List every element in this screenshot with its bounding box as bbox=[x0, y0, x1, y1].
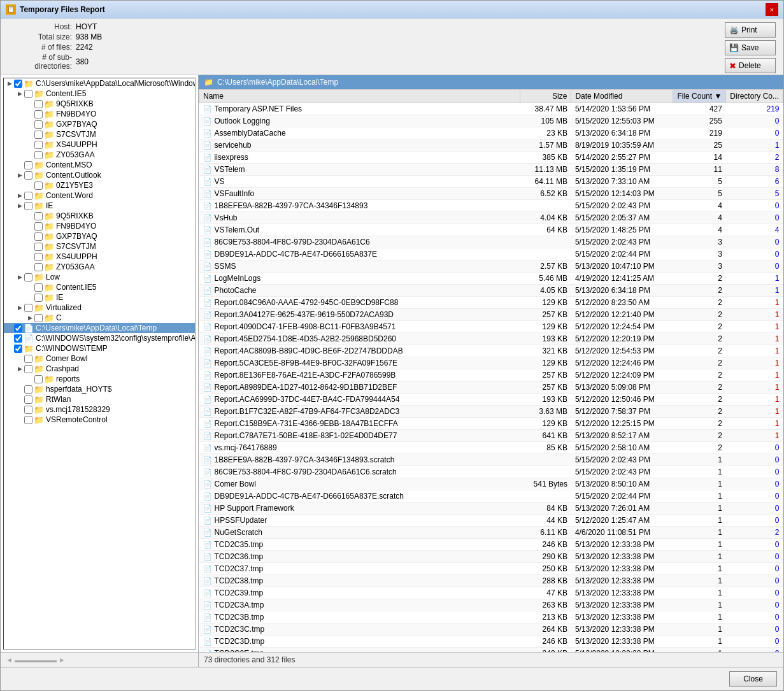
table-row[interactable]: 📄TCD2C3C.tmp264 KB5/13/2020 12:33:38 PM1… bbox=[199, 623, 783, 636]
tree-checkbox[interactable] bbox=[34, 243, 43, 251]
table-row[interactable]: 📄TCD2C37.tmp250 KB5/13/2020 12:33:38 PM1… bbox=[199, 563, 783, 575]
table-row[interactable]: 📄NuGetScratch6.11 KB4/6/2020 11:08:51 PM… bbox=[199, 527, 783, 539]
tree-checkbox[interactable] bbox=[34, 232, 43, 241]
table-row[interactable]: 📄iisexpress385 KB5/14/2020 2:55:27 PM142 bbox=[199, 152, 783, 164]
col-count[interactable]: File Count ▼ bbox=[673, 90, 726, 103]
tree-item[interactable]: ▶📁Virtualized bbox=[4, 303, 195, 313]
tree-item[interactable]: 📁VSRemoteControl bbox=[4, 415, 195, 425]
tree-checkbox[interactable] bbox=[34, 263, 43, 271]
tree-item[interactable]: 📁RtWlan bbox=[4, 394, 195, 404]
table-row[interactable]: 📄1B8EFE9A-882B-4397-97CA-34346F1348935/1… bbox=[199, 200, 783, 212]
table-row[interactable]: 📄VSTelem11.13 MB5/15/2020 1:35:19 PM118 bbox=[199, 164, 783, 176]
table-row[interactable]: 📄Report.B1F7C32E-A82F-47B9-AF64-7FC3A8D2… bbox=[199, 406, 783, 418]
tree-checkbox[interactable] bbox=[34, 314, 43, 322]
tree-checkbox[interactable] bbox=[34, 120, 43, 129]
save-button[interactable]: 💾 Save bbox=[725, 40, 776, 55]
table-row[interactable]: 📄VSTelem.Out64 KB5/15/2020 1:48:25 PM44 bbox=[199, 224, 783, 236]
table-row[interactable]: 📄TCD2C35.tmp246 KB5/13/2020 12:33:38 PM1… bbox=[199, 539, 783, 551]
table-row[interactable]: 📄TCD2C3E.tmp249 KB5/13/2020 12:33:38 PM1… bbox=[199, 648, 783, 653]
tree-toggle[interactable]: ▶ bbox=[25, 313, 34, 322]
col-date[interactable]: Date Modified bbox=[571, 90, 673, 103]
tree-item[interactable]: 📁hsperfdata_HOYT$ bbox=[4, 384, 195, 394]
table-row[interactable]: 📄Report.C158B9EA-731E-4366-9EBB-18A47B1E… bbox=[199, 418, 783, 430]
table-row[interactable]: 📄Report.5CA3CE5E-8F9B-44E9-BF0C-32FA09F1… bbox=[199, 357, 783, 369]
tree-item[interactable]: 📁GXP7BYAQ bbox=[4, 231, 195, 241]
file-list[interactable]: Name Size Date Modified File Count ▼ Dir… bbox=[199, 89, 783, 652]
tree-checkbox[interactable] bbox=[34, 100, 43, 108]
tree-checkbox[interactable] bbox=[14, 345, 22, 353]
tree-toggle[interactable]: ▶ bbox=[15, 273, 24, 281]
col-size[interactable]: Size bbox=[520, 90, 571, 103]
col-name[interactable]: Name bbox=[199, 90, 520, 103]
tree-checkbox[interactable] bbox=[24, 192, 32, 200]
table-row[interactable]: 📄VsHub4.04 KB5/15/2020 2:05:37 AM40 bbox=[199, 212, 783, 224]
table-row[interactable]: 📄86C9E753-8804-4F8C-979D-2304DA6A61C65/1… bbox=[199, 236, 783, 248]
tree-item[interactable]: ▶📁Low bbox=[4, 272, 195, 282]
tree-checkbox[interactable] bbox=[34, 222, 43, 231]
table-row[interactable]: 📄Report.8E136FE8-76AE-421E-A3DC-F2FA0786… bbox=[199, 369, 783, 381]
tree-item[interactable]: 📁XS4UUPPH bbox=[4, 252, 195, 262]
table-row[interactable]: 📄DB9DE91A-ADDC-4C7B-AE47-D666165A837E.sc… bbox=[199, 490, 783, 502]
tree-item[interactable]: 📁S7CSVTJM bbox=[4, 241, 195, 252]
tree-checkbox[interactable] bbox=[14, 324, 22, 332]
tree-checkbox[interactable] bbox=[24, 365, 32, 373]
tree-checkbox[interactable] bbox=[34, 253, 43, 261]
close-button[interactable]: Close bbox=[729, 671, 777, 687]
table-row[interactable]: 📄HPSSFUpdater44 KB5/12/2020 1:25:47 AM10 bbox=[199, 515, 783, 527]
table-row[interactable]: 📄LogMeInLogs5.46 MB4/19/2020 12:41:25 AM… bbox=[199, 273, 783, 285]
tree-checkbox[interactable] bbox=[34, 110, 43, 118]
tree-item[interactable]: 📁Comer Bowl bbox=[4, 353, 195, 364]
tree-checkbox[interactable] bbox=[24, 90, 32, 98]
tree-item[interactable]: 📁ZY053GAA bbox=[4, 262, 195, 272]
table-row[interactable]: 📄Report.45ED2754-1D8E-4D35-A2B2-25968BD5… bbox=[199, 333, 783, 345]
tree-item[interactable]: 📁S7CSVTJM bbox=[4, 129, 195, 139]
tree-checkbox[interactable] bbox=[24, 202, 32, 210]
table-row[interactable]: 📄86C9E753-8804-4F8C-979D-2304DA6A61C6.sc… bbox=[199, 466, 783, 478]
tree-toggle[interactable]: ▶ bbox=[15, 303, 24, 312]
table-row[interactable]: 📄DB9DE91A-ADDC-4C7B-AE47-D666165A837E5/1… bbox=[199, 248, 783, 260]
tree-item[interactable]: ▶📁IE bbox=[4, 201, 195, 211]
tree-toggle[interactable]: ▶ bbox=[15, 171, 24, 180]
table-row[interactable]: 📄Report.C78A7E71-50BE-418E-83F1-02E4D0D4… bbox=[199, 430, 783, 442]
tree-item[interactable]: 📁GXP7BYAQ bbox=[4, 119, 195, 129]
print-button[interactable]: 🖨️ Print bbox=[725, 22, 776, 38]
table-row[interactable]: 📄TCD2C39.tmp47 KB5/13/2020 12:33:38 PM10 bbox=[199, 587, 783, 599]
tree-checkbox[interactable] bbox=[24, 273, 32, 281]
directory-tree[interactable]: ▶📁C:\Users\mike\AppData\Local\Microsoft\… bbox=[3, 78, 196, 650]
tree-toggle[interactable]: ▶ bbox=[15, 191, 24, 200]
table-row[interactable]: 📄VSFaultInfo6.52 KB5/15/2020 12:14:03 PM… bbox=[199, 188, 783, 200]
table-row[interactable]: 📄1B8EFE9A-882B-4397-97CA-34346F134893.sc… bbox=[199, 454, 783, 466]
table-row[interactable]: 📄Report.4090DC47-1FEB-4908-BC11-F0FB3A9B… bbox=[199, 321, 783, 333]
tree-item[interactable]: 📁ZY053GAA bbox=[4, 150, 195, 160]
table-row[interactable]: 📄TCD2C3A.tmp263 KB5/13/2020 12:33:38 PM1… bbox=[199, 599, 783, 611]
table-row[interactable]: 📄TCD2C3D.tmp246 KB5/13/2020 12:33:38 PM1… bbox=[199, 636, 783, 648]
table-row[interactable]: 📄Outlook Logging105 MB5/15/2020 12:55:03… bbox=[199, 115, 783, 127]
tree-item[interactable]: 📁9Q5RIXKB bbox=[4, 99, 195, 109]
table-row[interactable]: 📄HP Support Framework84 KB5/13/2020 7:26… bbox=[199, 502, 783, 515]
table-row[interactable]: 📄Report.A8989DEA-1D27-4012-8642-9D1BB71D… bbox=[199, 381, 783, 394]
tree-checkbox[interactable] bbox=[34, 375, 43, 383]
table-row[interactable]: 📄Report.084C96A0-AAAE-4792-945C-0EB9CD98… bbox=[199, 297, 783, 309]
tree-item[interactable]: 📁C:\WINDOWS\TEMP bbox=[4, 343, 195, 353]
tree-item[interactable]: ▶📁Crashpad bbox=[4, 364, 195, 374]
table-row[interactable]: 📄servicehub1.57 MB8/19/2019 10:35:59 AM2… bbox=[199, 139, 783, 152]
table-row[interactable]: 📄SSMS2.57 KB5/13/2020 10:47:10 PM30 bbox=[199, 260, 783, 273]
table-row[interactable]: 📄AssemblyDataCache23 KB5/13/2020 6:34:18… bbox=[199, 127, 783, 139]
table-row[interactable]: 📄VS64.11 MB5/13/2020 7:33:10 AM56 bbox=[199, 176, 783, 188]
tree-checkbox[interactable] bbox=[14, 80, 22, 88]
table-row[interactable]: 📄Report.ACA6999D-37DC-44E7-BA4C-FDA79944… bbox=[199, 394, 783, 406]
tree-checkbox[interactable] bbox=[24, 355, 32, 363]
tree-item[interactable]: 📁0Z1Y5YE3 bbox=[4, 180, 195, 190]
tree-toggle[interactable]: ▶ bbox=[5, 79, 14, 88]
tree-item[interactable]: 📁reports bbox=[4, 374, 195, 384]
tree-checkbox[interactable] bbox=[34, 141, 43, 149]
tree-item[interactable]: 📁XS4UUPPH bbox=[4, 139, 195, 150]
table-row[interactable]: 📄TCD2C3B.tmp213 KB5/13/2020 12:33:38 PM1… bbox=[199, 611, 783, 623]
tree-checkbox[interactable] bbox=[24, 395, 32, 404]
tree-toggle[interactable]: ▶ bbox=[15, 364, 24, 373]
tree-item[interactable]: ▶📁Content.Outlook bbox=[4, 170, 195, 180]
tree-checkbox[interactable] bbox=[34, 131, 43, 139]
tree-checkbox[interactable] bbox=[24, 171, 32, 180]
window-close-button[interactable]: × bbox=[766, 3, 778, 16]
tree-item[interactable]: 📁IE bbox=[4, 292, 195, 303]
